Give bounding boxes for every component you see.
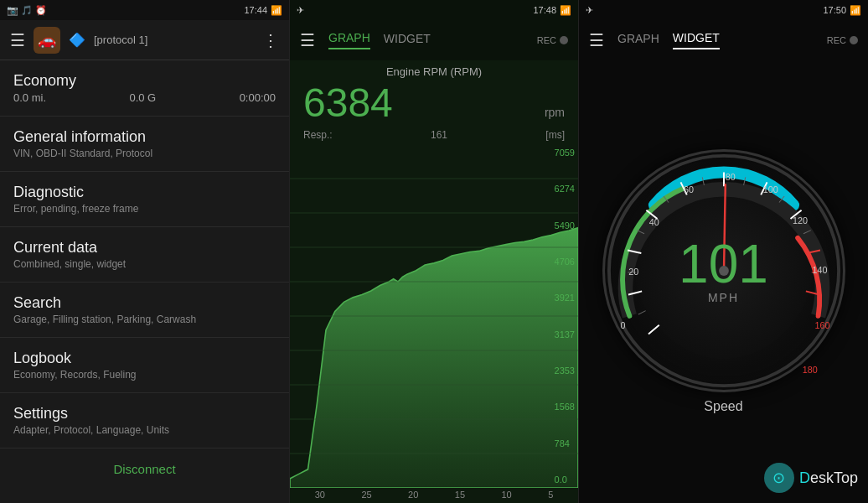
menu-item-search[interactable]: Search Garage, Filling station, Parking,… — [0, 283, 289, 338]
tick-60: 60 — [683, 184, 693, 194]
rec-indicator: REC — [537, 35, 568, 45]
tick-20: 20 — [628, 267, 638, 277]
x-label-30: 30 — [315, 490, 325, 500]
tab-widget-graph[interactable]: WIDGET — [384, 32, 431, 49]
economy-fuel: 0.0 G — [129, 91, 156, 104]
svg-line-10 — [648, 325, 659, 334]
x-label-15: 15 — [455, 490, 465, 500]
diagnostic-title: Diagnostic — [13, 184, 276, 201]
current-data-title: Current data — [13, 239, 276, 257]
search-title: Search — [13, 294, 276, 312]
telegram-icon: ✈ — [297, 5, 304, 16]
x-label-25: 25 — [361, 490, 371, 500]
tick-80: 80 — [725, 172, 735, 182]
status-bar-left-1: 📷 🎵 ⏰ — [7, 5, 47, 16]
status-bar-left-3: ✈ — [586, 5, 593, 16]
graph-line — [290, 228, 578, 488]
y-label-0: 0.0 — [555, 474, 575, 485]
disconnect-button[interactable]: Disconnect — [0, 449, 289, 490]
economy-title: Economy — [13, 72, 276, 90]
menu-item-current-data[interactable]: Current data Combined, single, widget — [0, 227, 289, 283]
settings-title: Settings — [13, 405, 276, 423]
y-label-3137: 3137 — [555, 329, 575, 340]
panel-graph: ✈ 17:48 📶 ☰ GRAPH WIDGET REC Engine RPM … — [289, 0, 579, 503]
menu-item-logbook[interactable]: Logbook Economy, Records, Fueling — [0, 338, 289, 393]
protocol-label: [protocol 1] — [94, 34, 147, 46]
x-label-10: 10 — [501, 490, 511, 500]
status-bar-right-3: 17:50 📶 — [823, 5, 861, 16]
economy-time: 0:00:00 — [240, 91, 276, 104]
status-wifi-icon: 📶 — [271, 5, 282, 16]
status-signal-2: 📶 — [560, 5, 571, 16]
status-bar-right-1: 17:44 📶 — [244, 5, 282, 16]
tab-widget[interactable]: WIDGET — [673, 31, 720, 49]
tick-40: 40 — [648, 217, 659, 227]
y-label-784: 784 — [555, 438, 575, 449]
menu-item-settings[interactable]: Settings Adapter, Protocol, Language, Un… — [0, 393, 289, 449]
tick-180: 180 — [802, 365, 817, 375]
tick-0: 0 — [620, 320, 625, 330]
economy-distance: 0.0 mi. — [13, 91, 46, 104]
general-subtitle: VIN, OBD-II Standard, Protocol — [13, 148, 276, 168]
logbook-subtitle: Economy, Records, Fueling — [13, 369, 276, 389]
desktop-logo: ⊙ DeskTop — [764, 463, 858, 493]
speedo-center: 101 MPH — [679, 237, 768, 304]
toolbar-1: ☰ 🚗 🔷 [protocol 1] ⋮ — [0, 20, 289, 60]
resp-unit: [ms] — [545, 129, 565, 141]
bluetooth-icon: 🔷 — [69, 32, 85, 48]
speedometer: 0 20 40 60 80 100 120 140 160 180 101 MP… — [602, 149, 845, 392]
widget-hamburger-icon[interactable]: ☰ — [589, 30, 604, 50]
hamburger-icon[interactable]: ☰ — [10, 30, 25, 50]
diagnostic-subtitle: Error, pending, freeze frame — [13, 203, 276, 223]
y-label-2353: 2353 — [555, 366, 575, 376]
graph-y-labels: 7059 6274 5490 4706 3921 3137 2353 1568 … — [555, 144, 575, 488]
tick-140: 140 — [812, 265, 827, 275]
status-bar-left-2: ✈ — [297, 5, 304, 16]
tick-120: 120 — [793, 215, 808, 226]
desktop-logo-text: DeskTop — [799, 469, 858, 487]
desktop-logo-icon: ⊙ — [764, 463, 794, 493]
x-label-5: 5 — [548, 490, 553, 500]
y-label-4706: 4706 — [555, 257, 575, 267]
graph-hamburger-icon[interactable]: ☰ — [300, 30, 315, 50]
rec-label: REC — [537, 35, 556, 45]
tick-160: 160 — [814, 320, 829, 330]
panel-menu: 📷 🎵 ⏰ 17:44 📶 ☰ 🚗 🔷 [protocol 1] ⋮ Econo… — [0, 0, 289, 503]
tab-graph-widget[interactable]: GRAPH — [617, 32, 659, 49]
search-subtitle: Garage, Filling station, Parking, Carwas… — [13, 314, 276, 334]
settings-subtitle: Adapter, Protocol, Language, Units — [13, 424, 276, 444]
logbook-title: Logbook — [13, 350, 276, 367]
graph-value-row: 6384 rpm — [290, 80, 578, 129]
more-options-icon[interactable]: ⋮ — [262, 30, 279, 50]
general-title: General information — [13, 128, 276, 146]
status-icons-1: 📷 🎵 ⏰ — [7, 5, 47, 16]
status-signal-3: 📶 — [850, 5, 861, 16]
y-label-6274: 6274 — [555, 184, 575, 194]
graph-svg — [290, 144, 578, 488]
resp-label: Resp.: — [303, 129, 333, 141]
graph-area: 7059 6274 5490 4706 3921 3137 2353 1568 … — [290, 144, 578, 488]
svg-line-20 — [638, 311, 645, 314]
speedo-label: Speed — [704, 399, 742, 414]
graph-rpm-value: 6384 — [303, 80, 393, 126]
y-label-3921: 3921 — [555, 293, 575, 303]
telegram-icon-3: ✈ — [586, 5, 593, 16]
status-time-1: 17:44 — [244, 5, 267, 15]
status-bar-2: ✈ 17:48 📶 — [290, 0, 578, 20]
tab-graph[interactable]: GRAPH — [328, 31, 370, 49]
rec-label-3: REC — [827, 35, 846, 45]
menu-item-economy[interactable]: Economy 0.0 mi. 0.0 G 0:00:00 — [0, 60, 289, 117]
status-bar-1: 📷 🎵 ⏰ 17:44 📶 — [0, 0, 289, 20]
speedo-value: 101 — [679, 237, 768, 291]
graph-toolbar: ☰ GRAPH WIDGET REC — [290, 20, 578, 60]
menu-item-general[interactable]: General information VIN, OBD-II Standard… — [0, 117, 289, 172]
status-bar-right-2: 17:48 📶 — [533, 5, 571, 16]
x-label-20: 20 — [408, 490, 418, 500]
graph-rpm-unit: rpm — [545, 106, 565, 119]
rec-indicator-3: REC — [827, 35, 858, 45]
status-time-2: 17:48 — [533, 5, 556, 15]
y-label-1568: 1568 — [555, 402, 575, 412]
menu-item-diagnostic[interactable]: Diagnostic Error, pending, freeze frame — [0, 172, 289, 227]
status-bar-3: ✈ 17:50 📶 — [579, 0, 868, 20]
current-data-subtitle: Combined, single, widget — [13, 258, 276, 278]
